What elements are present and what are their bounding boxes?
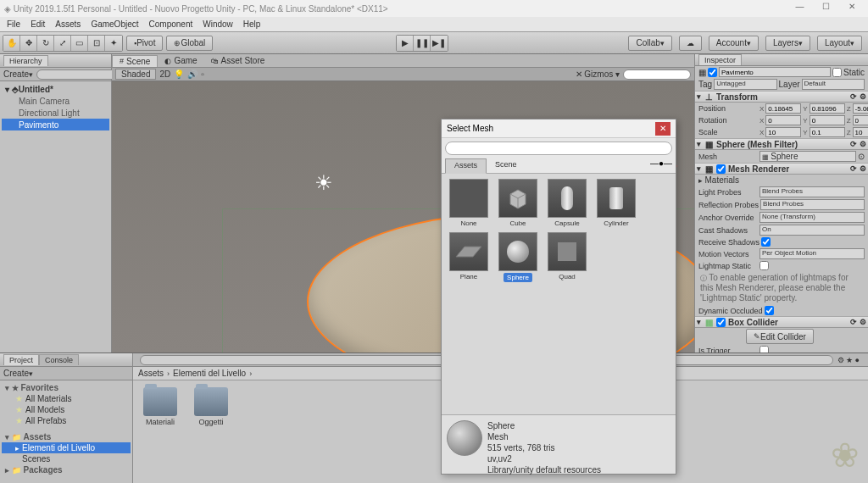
hierarchy-item-light[interactable]: Directional Light <box>2 107 109 119</box>
menu-edit[interactable]: Edit <box>25 19 50 29</box>
pivot-toggle[interactable]: ▪ Pivot <box>126 36 163 51</box>
dialog-tab-assets[interactable]: Assets <box>445 158 487 174</box>
transform-tool[interactable]: ⊡ <box>88 36 105 51</box>
size-slider[interactable]: —●— <box>650 158 672 173</box>
recvshadows-chk[interactable] <box>761 237 771 247</box>
meshfilter-header[interactable]: ▾ ▦Sphere (Mesh Filter)⟳ ⚙ <box>695 138 868 150</box>
create-dropdown[interactable]: Create <box>3 69 29 79</box>
step-button[interactable]: ▶❚ <box>431 36 448 51</box>
game-tab[interactable]: ◐ Game <box>158 55 203 66</box>
mesh-picker-icon[interactable]: ⊙ <box>858 152 865 161</box>
light-gizmo-icon[interactable]: ☀ <box>307 166 341 200</box>
lightprobes-dd[interactable]: Blend Probes <box>760 186 865 197</box>
custom-tool[interactable]: ✦ <box>105 36 122 51</box>
lightmap-chk[interactable] <box>760 261 769 270</box>
asset-store-tab[interactable]: 🛍 Asset Store <box>204 55 272 66</box>
folder-oggetti[interactable]: Oggetti <box>191 387 231 426</box>
2d-toggle[interactable]: 2D <box>159 69 170 79</box>
console-tab[interactable]: Console <box>39 354 79 365</box>
trigger-chk[interactable] <box>760 346 769 353</box>
fx-toggle[interactable]: ▫ <box>201 69 204 79</box>
hierarchy-tree[interactable]: ▾ ⬘ Untitled* Main Camera Directional Li… <box>0 81 111 353</box>
mesh-capsule[interactable]: Capsule <box>545 179 589 227</box>
castshadows-dd[interactable]: On <box>760 225 865 236</box>
audio-toggle[interactable]: 🔊 <box>187 69 198 79</box>
inspector-tab[interactable]: Inspector <box>698 54 742 65</box>
dialog-tab-scene[interactable]: Scene <box>487 158 526 173</box>
gizmo-dropdown[interactable]: ✕ Gizmos ▾ <box>576 69 620 79</box>
crumb-elementi[interactable]: Elementi del Livello <box>173 369 246 378</box>
project-create[interactable]: Create <box>3 369 29 378</box>
hierarchy-item-camera[interactable]: Main Camera <box>2 95 109 107</box>
project-tree[interactable]: ▾ ★ Favorites ★All Materials ★All Models… <box>0 380 132 483</box>
dialog-close-button[interactable]: ✕ <box>655 122 670 136</box>
pos-z[interactable] <box>853 103 868 114</box>
edit-collider-button[interactable]: ✎ Edit Collider <box>746 329 814 344</box>
play-button[interactable]: ▶ <box>397 36 414 51</box>
crumb-assets[interactable]: Assets <box>138 369 164 378</box>
menu-assets[interactable]: Assets <box>50 19 86 29</box>
menu-help[interactable]: Help <box>238 19 266 29</box>
packages-header[interactable]: ▸ 📁 Packages <box>2 464 131 475</box>
dialog-search[interactable] <box>445 142 672 155</box>
collider-header[interactable]: ▾ ▦Box Collider⟳ ⚙ <box>695 316 868 328</box>
menu-gameobject[interactable]: GameObject <box>86 19 143 29</box>
close-button[interactable]: ✕ <box>840 2 864 15</box>
layers-dropdown[interactable]: Layers ▾ <box>765 36 810 51</box>
lighting-toggle[interactable]: 💡 <box>174 69 184 79</box>
renderer-header[interactable]: ▾ ▦Mesh Renderer⟳ ⚙ <box>695 163 868 175</box>
menu-window[interactable]: Window <box>198 19 238 29</box>
mesh-quad[interactable]: Quad <box>545 232 589 282</box>
fav-materials[interactable]: ★All Materials <box>2 393 131 404</box>
fav-models[interactable]: ★All Models <box>2 404 131 415</box>
favorites-header[interactable]: ▾ ★ Favorites <box>2 382 131 393</box>
scene-tab[interactable]: # Scene <box>112 55 158 67</box>
collab-dropdown[interactable]: Collab ▾ <box>628 36 671 51</box>
tag-dropdown[interactable]: Untagged <box>714 79 776 90</box>
assets-header[interactable]: ▾ 📁 Assets <box>2 431 131 442</box>
mesh-plane[interactable]: Plane <box>447 232 491 282</box>
motionvec-dd[interactable]: Per Object Motion <box>760 248 865 259</box>
anchor-dd[interactable]: None (Transform) <box>760 212 865 223</box>
minimize-button[interactable]: — <box>787 2 811 15</box>
menu-file[interactable]: File <box>2 19 25 29</box>
dynocc-chk[interactable] <box>765 306 774 315</box>
rot-y[interactable] <box>810 115 845 125</box>
account-dropdown[interactable]: Account ▾ <box>709 36 759 51</box>
scale-z[interactable] <box>853 127 868 137</box>
folder-scenes[interactable]: Scenes <box>2 453 131 464</box>
rect-tool[interactable]: ▭ <box>71 36 88 51</box>
mesh-sphere[interactable]: Sphere <box>496 232 540 282</box>
dialog-titlebar[interactable]: Select Mesh ✕ <box>442 119 676 138</box>
mesh-field[interactable]: ▦ Sphere <box>760 151 856 162</box>
folder-materiali[interactable]: Materiali <box>140 387 181 426</box>
scale-tool[interactable]: ⤢ <box>54 36 71 51</box>
layout-dropdown[interactable]: Layout ▾ <box>817 36 862 51</box>
mesh-cylinder[interactable]: Cylinder <box>594 179 638 227</box>
pos-y[interactable] <box>810 103 845 114</box>
mesh-none[interactable]: None <box>447 179 491 227</box>
folder-elementi[interactable]: ▸ Elementi del Livello <box>2 442 131 453</box>
cloud-button[interactable]: ☁ <box>679 36 702 51</box>
global-toggle[interactable]: ⊕ Global <box>166 36 213 51</box>
hierarchy-item-pavimento[interactable]: Pavimento <box>2 119 109 130</box>
scale-y[interactable] <box>810 127 845 137</box>
shading-dropdown[interactable]: Shaded <box>115 69 156 80</box>
project-tab[interactable]: Project <box>3 354 39 365</box>
move-tool[interactable]: ✥ <box>20 36 37 51</box>
rot-x[interactable] <box>765 115 801 125</box>
hand-tool[interactable]: ✋ <box>3 36 20 51</box>
active-checkbox[interactable] <box>708 68 717 77</box>
scene-root[interactable]: ▾ ⬘ Untitled* <box>2 83 109 95</box>
mesh-cube[interactable]: Cube <box>496 179 540 227</box>
reflprobes-dd[interactable]: Blend Probes <box>760 199 865 210</box>
object-name-field[interactable] <box>719 67 831 77</box>
hierarchy-tab[interactable]: Hierarchy <box>3 55 48 66</box>
fav-prefabs[interactable]: ★All Prefabs <box>2 415 131 426</box>
pos-x[interactable] <box>765 103 801 114</box>
scene-search[interactable] <box>623 69 691 80</box>
pause-button[interactable]: ❚❚ <box>414 36 431 51</box>
rotate-tool[interactable]: ↻ <box>37 36 54 51</box>
transform-header[interactable]: ▾ ⊥Transform⟳ ⚙ <box>695 91 868 103</box>
rot-z[interactable] <box>853 115 868 125</box>
